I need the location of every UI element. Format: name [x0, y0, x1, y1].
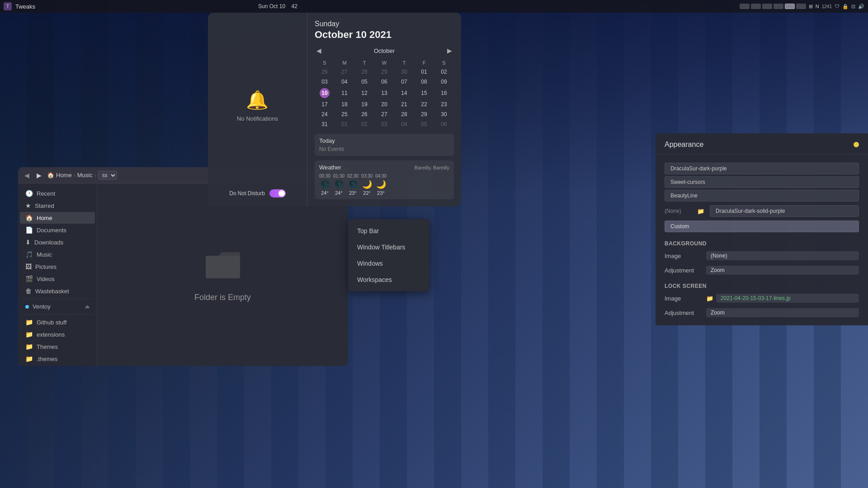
theme-option-dracula-purple[interactable]: DraculaSur-dark-purple — [665, 163, 859, 174]
cal-day[interactable]: 02 — [354, 119, 374, 129]
sidebar-item-label: Themes — [37, 343, 90, 350]
cal-day[interactable]: 26 — [354, 109, 374, 119]
weather-temp-4: 22° — [363, 190, 371, 196]
weather-slot-4: 03:30 🌙 22° — [361, 174, 373, 196]
cal-day[interactable]: 04 — [394, 119, 414, 129]
sidebar-item-music[interactable]: 🎵 Music — [20, 249, 95, 260]
cal-day[interactable]: 27 — [335, 67, 354, 77]
cal-day[interactable]: 29 — [414, 109, 434, 119]
cal-day[interactable]: 23 — [434, 99, 454, 109]
calendar-panel: Sunday October 10 2021 ◀ October ▶ S M T… — [307, 13, 461, 206]
sidebar-item-label: extensions — [37, 331, 90, 338]
cal-day[interactable]: 07 — [394, 77, 414, 87]
cal-day[interactable]: 15 — [414, 87, 434, 99]
cal-day[interactable]: 24 — [315, 109, 335, 119]
cal-day[interactable]: 25 — [335, 109, 354, 119]
sidebar-item-recent[interactable]: 🕐 Recent — [20, 188, 95, 199]
sidebar-item-extensions[interactable]: 📁 extensions — [20, 328, 95, 340]
am-window-titlebars[interactable]: Window Titlebars — [348, 239, 429, 255]
cal-day[interactable]: 08 — [414, 77, 434, 87]
sidebar-item-wastebasket[interactable]: 🗑 Wastebasket — [20, 285, 95, 297]
sidebar-item-pictures[interactable]: 🖼 Pictures — [20, 261, 95, 272]
cal-day[interactable]: 01 — [335, 119, 354, 129]
theme-option-sweet-cursors[interactable]: Sweet-cursors — [665, 176, 859, 188]
cal-day[interactable]: 01 — [414, 67, 434, 77]
am-workspaces[interactable]: Workspaces — [348, 272, 429, 288]
cal-day[interactable]: 14 — [394, 87, 414, 99]
sidebar-item-themes[interactable]: 📁 Themes — [20, 341, 95, 352]
calendar-prev-btn[interactable]: ◀ — [315, 46, 323, 55]
cal-day[interactable]: 28 — [394, 109, 414, 119]
cal-day[interactable]: 12 — [354, 87, 374, 99]
sidebar-item-ventoy[interactable]: Ventoy ⏏ — [20, 301, 95, 312]
cal-day[interactable]: 27 — [374, 109, 394, 119]
lock-image-value[interactable]: 2021-04-20-15-03-17-lines.jp — [716, 294, 859, 303]
cal-day[interactable]: 26 — [315, 67, 335, 77]
appearance-close-dot[interactable] — [854, 142, 859, 147]
eject-icon[interactable]: ⏏ — [85, 304, 90, 310]
appearance-header: Appearance — [656, 133, 868, 155]
cal-day[interactable]: 30 — [394, 67, 414, 77]
cal-day[interactable]: 31 — [315, 119, 335, 129]
win-btn-5[interactable] — [796, 4, 806, 9]
am-top-bar[interactable]: Top Bar — [348, 223, 429, 239]
cal-day[interactable]: 28 — [354, 67, 374, 77]
theme-option-beautyline[interactable]: BeautyLine — [665, 190, 859, 202]
cal-day[interactable]: 18 — [335, 99, 354, 109]
cal-day[interactable]: 20 — [374, 99, 394, 109]
topbar-datetime[interactable]: Sun Oct 10 42 — [258, 3, 297, 9]
calendar-day-name: Sunday — [315, 20, 454, 28]
cal-day[interactable]: 21 — [394, 99, 414, 109]
fm-path-dropdown[interactable]: ss — [98, 171, 117, 180]
cal-day[interactable]: 22 — [414, 99, 434, 109]
lock-adj-value[interactable]: Zoom — [706, 308, 859, 317]
cal-day[interactable]: 17 — [315, 99, 335, 109]
win-btn-1[interactable] — [740, 4, 750, 9]
cal-day[interactable]: 05 — [414, 119, 434, 129]
sidebar-item-documents[interactable]: 📄 Documents — [20, 224, 95, 236]
cal-day[interactable]: 06 — [374, 77, 394, 87]
screen-icon[interactable]: ⊡ — [851, 4, 855, 9]
appearance-title: Appearance — [665, 141, 703, 149]
cal-hdr-m: M — [335, 59, 354, 67]
win-btn-4[interactable] — [774, 4, 783, 9]
cal-day[interactable]: 09 — [434, 77, 454, 87]
theme-option-custom[interactable]: Custom — [665, 221, 859, 232]
cal-day[interactable]: 16 — [434, 87, 454, 99]
fm-back-btn[interactable]: ◀ — [23, 171, 31, 180]
cal-day[interactable]: 11 — [335, 87, 354, 99]
sidebar-item-starred[interactable]: ★ Starred — [20, 200, 95, 211]
am-windows[interactable]: Windows — [348, 255, 429, 272]
cal-day[interactable]: 13 — [374, 87, 394, 99]
sidebar-item-downloads[interactable]: ⬇ Downloads — [20, 236, 95, 248]
cal-day[interactable]: 19 — [354, 99, 374, 109]
sidebar-item-dot-themes[interactable]: 📁 .themes — [20, 353, 95, 365]
sidebar-item-videos[interactable]: 🎬 Videos — [20, 273, 95, 285]
fm-crumb-music[interactable]: Music — [77, 172, 93, 178]
nm-icon[interactable]: N — [816, 4, 819, 9]
fm-crumb-home[interactable]: Home — [56, 172, 72, 178]
fm-forward-btn[interactable]: ▶ — [35, 171, 43, 180]
bg-adj-value[interactable]: Zoom — [706, 266, 859, 275]
theme-option-dracula-solid[interactable]: DraculaSur-dark-solid-purple — [710, 205, 859, 217]
sidebar-item-github[interactable]: 📁 Github stuff — [20, 316, 95, 328]
cal-day[interactable]: 29 — [374, 67, 394, 77]
cal-day-today[interactable]: 10 — [315, 87, 335, 99]
win-btn-3[interactable] — [762, 4, 772, 9]
cal-day[interactable]: 04 — [335, 77, 354, 87]
cal-day[interactable]: 03 — [315, 77, 335, 87]
calendar-next-btn[interactable]: ▶ — [445, 46, 454, 55]
volume-icon[interactable]: 🔊 — [858, 4, 864, 9]
bg-image-value[interactable]: (None) — [706, 251, 859, 260]
cal-week-2: 03 04 05 06 07 08 09 — [315, 77, 454, 87]
dnd-toggle[interactable] — [269, 189, 286, 197]
cal-day[interactable]: 02 — [434, 67, 454, 77]
win-btn-2[interactable] — [751, 4, 761, 9]
cal-day[interactable]: 06 — [434, 119, 454, 129]
cal-day[interactable]: 30 — [434, 109, 454, 119]
dnd-row: Do Not Disturb — [215, 189, 300, 197]
cal-day[interactable]: 05 — [354, 77, 374, 87]
win-btn-active[interactable] — [785, 4, 795, 9]
cal-day[interactable]: 03 — [374, 119, 394, 129]
sidebar-item-home[interactable]: 🏠 Home — [20, 212, 95, 224]
